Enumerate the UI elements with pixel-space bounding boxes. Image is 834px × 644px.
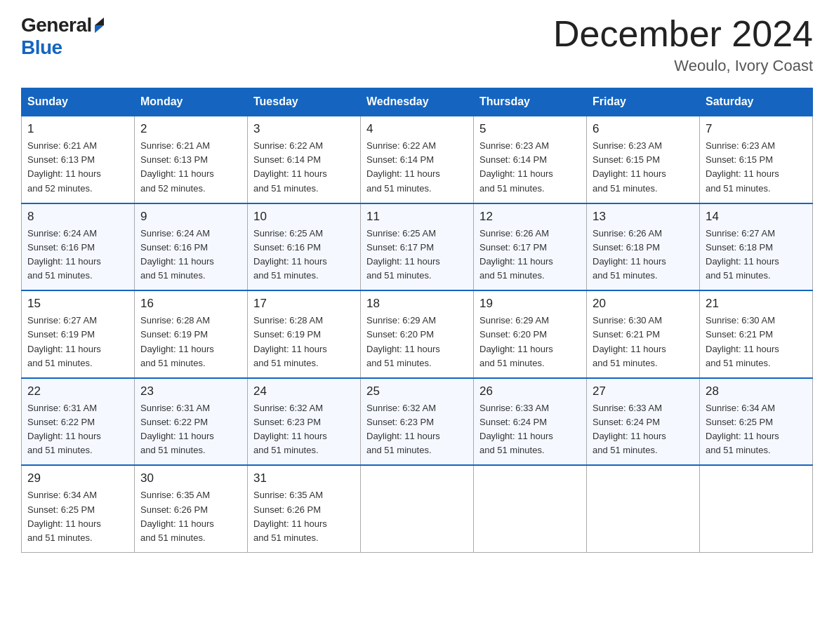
day-number: 3 <box>253 122 355 136</box>
day-number: 12 <box>479 210 581 224</box>
day-info: Sunrise: 6:27 AM Sunset: 6:19 PM Dayligh… <box>27 314 128 370</box>
calendar-day-cell: 3Sunrise: 6:22 AM Sunset: 6:14 PM Daylig… <box>248 116 361 203</box>
calendar-day-cell: 6Sunrise: 6:23 AM Sunset: 6:15 PM Daylig… <box>587 116 700 203</box>
day-number: 4 <box>366 122 468 136</box>
calendar-week-row: 15Sunrise: 6:27 AM Sunset: 6:19 PM Dayli… <box>22 290 813 378</box>
day-info: Sunrise: 6:24 AM Sunset: 6:16 PM Dayligh… <box>27 227 128 283</box>
calendar-empty-cell <box>700 465 813 552</box>
day-info: Sunrise: 6:33 AM Sunset: 6:24 PM Dayligh… <box>593 401 694 458</box>
day-number: 6 <box>593 122 694 136</box>
day-info: Sunrise: 6:30 AM Sunset: 6:21 PM Dayligh… <box>706 314 807 370</box>
day-info: Sunrise: 6:24 AM Sunset: 6:16 PM Dayligh… <box>140 227 241 283</box>
day-info: Sunrise: 6:29 AM Sunset: 6:20 PM Dayligh… <box>479 314 581 370</box>
calendar-day-cell: 16Sunrise: 6:28 AM Sunset: 6:19 PM Dayli… <box>135 290 248 378</box>
day-number: 20 <box>593 297 694 311</box>
day-number: 8 <box>27 210 128 224</box>
header-wednesday: Wednesday <box>361 88 474 116</box>
day-number: 11 <box>366 210 468 224</box>
day-number: 21 <box>706 297 807 311</box>
day-number: 14 <box>706 210 807 224</box>
day-number: 9 <box>140 210 241 224</box>
calendar-day-cell: 13Sunrise: 6:26 AM Sunset: 6:18 PM Dayli… <box>587 203 700 291</box>
day-info: Sunrise: 6:27 AM Sunset: 6:18 PM Dayligh… <box>706 227 807 283</box>
logo-general-text: General <box>21 14 92 36</box>
calendar-week-row: 29Sunrise: 6:34 AM Sunset: 6:25 PM Dayli… <box>22 465 813 552</box>
day-info: Sunrise: 6:25 AM Sunset: 6:16 PM Dayligh… <box>253 227 355 283</box>
calendar-day-cell: 15Sunrise: 6:27 AM Sunset: 6:19 PM Dayli… <box>22 290 135 378</box>
calendar-day-cell: 9Sunrise: 6:24 AM Sunset: 6:16 PM Daylig… <box>135 203 248 291</box>
day-info: Sunrise: 6:21 AM Sunset: 6:13 PM Dayligh… <box>140 139 241 196</box>
calendar-day-cell: 29Sunrise: 6:34 AM Sunset: 6:25 PM Dayli… <box>22 465 135 552</box>
calendar-day-cell: 14Sunrise: 6:27 AM Sunset: 6:18 PM Dayli… <box>700 203 813 291</box>
page-subtitle: Weoulo, Ivory Coast <box>553 57 813 75</box>
day-number: 7 <box>706 122 807 136</box>
day-info: Sunrise: 6:31 AM Sunset: 6:22 PM Dayligh… <box>140 401 241 458</box>
day-number: 22 <box>27 384 128 398</box>
day-info: Sunrise: 6:28 AM Sunset: 6:19 PM Dayligh… <box>140 314 241 370</box>
calendar-day-cell: 1Sunrise: 6:21 AM Sunset: 6:13 PM Daylig… <box>22 116 135 203</box>
calendar-day-cell: 20Sunrise: 6:30 AM Sunset: 6:21 PM Dayli… <box>587 290 700 378</box>
calendar-week-row: 22Sunrise: 6:31 AM Sunset: 6:22 PM Dayli… <box>22 378 813 466</box>
day-info: Sunrise: 6:32 AM Sunset: 6:23 PM Dayligh… <box>366 401 468 458</box>
day-info: Sunrise: 6:35 AM Sunset: 6:26 PM Dayligh… <box>253 488 355 545</box>
header-sunday: Sunday <box>22 88 135 116</box>
day-number: 2 <box>140 122 241 136</box>
day-number: 5 <box>479 122 581 136</box>
calendar-day-cell: 22Sunrise: 6:31 AM Sunset: 6:22 PM Dayli… <box>22 378 135 466</box>
calendar-day-cell: 10Sunrise: 6:25 AM Sunset: 6:16 PM Dayli… <box>248 203 361 291</box>
day-number: 18 <box>366 297 468 311</box>
day-info: Sunrise: 6:32 AM Sunset: 6:23 PM Dayligh… <box>253 401 355 458</box>
calendar-day-cell: 18Sunrise: 6:29 AM Sunset: 6:20 PM Dayli… <box>361 290 474 378</box>
day-info: Sunrise: 6:26 AM Sunset: 6:17 PM Dayligh… <box>479 227 581 283</box>
logo-blue-text: Blue <box>21 36 62 59</box>
calendar-day-cell: 26Sunrise: 6:33 AM Sunset: 6:24 PM Dayli… <box>474 378 587 466</box>
day-number: 31 <box>253 471 355 485</box>
header-thursday: Thursday <box>474 88 587 116</box>
day-info: Sunrise: 6:23 AM Sunset: 6:14 PM Dayligh… <box>479 139 581 196</box>
calendar-day-cell: 12Sunrise: 6:26 AM Sunset: 6:17 PM Dayli… <box>474 203 587 291</box>
day-info: Sunrise: 6:25 AM Sunset: 6:17 PM Dayligh… <box>366 227 468 283</box>
day-number: 29 <box>27 471 128 485</box>
header-saturday: Saturday <box>700 88 813 116</box>
calendar-week-row: 1Sunrise: 6:21 AM Sunset: 6:13 PM Daylig… <box>22 116 813 203</box>
day-info: Sunrise: 6:33 AM Sunset: 6:24 PM Dayligh… <box>479 401 581 458</box>
day-info: Sunrise: 6:30 AM Sunset: 6:21 PM Dayligh… <box>593 314 694 370</box>
day-info: Sunrise: 6:21 AM Sunset: 6:13 PM Dayligh… <box>27 139 128 196</box>
day-info: Sunrise: 6:23 AM Sunset: 6:15 PM Dayligh… <box>706 139 807 196</box>
day-number: 16 <box>140 297 241 311</box>
calendar-day-cell: 8Sunrise: 6:24 AM Sunset: 6:16 PM Daylig… <box>22 203 135 291</box>
day-info: Sunrise: 6:26 AM Sunset: 6:18 PM Dayligh… <box>593 227 694 283</box>
day-number: 27 <box>593 384 694 398</box>
calendar-header-row: SundayMondayTuesdayWednesdayThursdayFrid… <box>22 88 813 116</box>
day-info: Sunrise: 6:28 AM Sunset: 6:19 PM Dayligh… <box>253 314 355 370</box>
calendar-day-cell: 28Sunrise: 6:34 AM Sunset: 6:25 PM Dayli… <box>700 378 813 466</box>
day-number: 1 <box>27 122 128 136</box>
day-info: Sunrise: 6:35 AM Sunset: 6:26 PM Dayligh… <box>140 488 241 545</box>
day-info: Sunrise: 6:34 AM Sunset: 6:25 PM Dayligh… <box>706 401 807 458</box>
day-number: 23 <box>140 384 241 398</box>
calendar-day-cell: 21Sunrise: 6:30 AM Sunset: 6:21 PM Dayli… <box>700 290 813 378</box>
day-number: 25 <box>366 384 468 398</box>
calendar-day-cell: 23Sunrise: 6:31 AM Sunset: 6:22 PM Dayli… <box>135 378 248 466</box>
page-title: December 2024 <box>553 14 813 54</box>
day-info: Sunrise: 6:29 AM Sunset: 6:20 PM Dayligh… <box>366 314 468 370</box>
calendar-day-cell: 2Sunrise: 6:21 AM Sunset: 6:13 PM Daylig… <box>135 116 248 203</box>
day-info: Sunrise: 6:23 AM Sunset: 6:15 PM Dayligh… <box>593 139 694 196</box>
calendar-day-cell: 30Sunrise: 6:35 AM Sunset: 6:26 PM Dayli… <box>135 465 248 552</box>
header-tuesday: Tuesday <box>248 88 361 116</box>
calendar-day-cell: 24Sunrise: 6:32 AM Sunset: 6:23 PM Dayli… <box>248 378 361 466</box>
logo: General Blue <box>21 14 104 59</box>
calendar-day-cell: 5Sunrise: 6:23 AM Sunset: 6:14 PM Daylig… <box>474 116 587 203</box>
calendar-day-cell: 7Sunrise: 6:23 AM Sunset: 6:15 PM Daylig… <box>700 116 813 203</box>
day-number: 17 <box>253 297 355 311</box>
calendar-empty-cell <box>361 465 474 552</box>
calendar-day-cell: 25Sunrise: 6:32 AM Sunset: 6:23 PM Dayli… <box>361 378 474 466</box>
header-friday: Friday <box>587 88 700 116</box>
calendar-week-row: 8Sunrise: 6:24 AM Sunset: 6:16 PM Daylig… <box>22 203 813 291</box>
title-area: December 2024 Weoulo, Ivory Coast <box>553 14 813 75</box>
day-info: Sunrise: 6:31 AM Sunset: 6:22 PM Dayligh… <box>27 401 128 458</box>
day-number: 30 <box>140 471 241 485</box>
day-info: Sunrise: 6:22 AM Sunset: 6:14 PM Dayligh… <box>253 139 355 196</box>
day-info: Sunrise: 6:34 AM Sunset: 6:25 PM Dayligh… <box>27 488 128 545</box>
calendar-empty-cell <box>474 465 587 552</box>
